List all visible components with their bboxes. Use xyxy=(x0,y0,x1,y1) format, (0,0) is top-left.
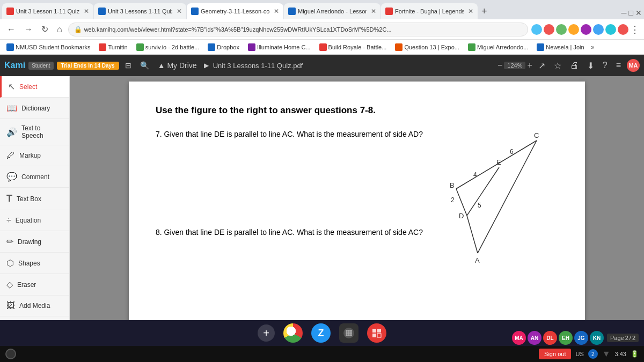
avatar-an[interactable]: AN xyxy=(528,331,541,345)
dropdown-arrow[interactable]: ▼ xyxy=(602,349,611,359)
geometry-svg: C E B D A 6 4 5 2 xyxy=(435,114,553,275)
sidebar-item-textbox[interactable]: T Text Box xyxy=(0,188,69,210)
bookmark-dropbox[interactable]: Dropbox xyxy=(206,42,241,52)
avatar-jg[interactable]: JG xyxy=(574,331,588,345)
lock-icon: 🔒 xyxy=(74,26,82,33)
bookmark-turnitin[interactable]: Turnitin xyxy=(97,42,129,52)
tab-fortnite[interactable]: Fortnite - Bugha | Legends Neve ✕ xyxy=(381,3,478,19)
grid-icon xyxy=(342,327,355,339)
tab-miguel[interactable]: Miguel Arredondo - Lesson 10 F ✕ xyxy=(284,3,380,19)
new-tab-button[interactable]: + xyxy=(478,6,491,17)
bookmark-miguel[interactable]: Miguel Arredondo... xyxy=(466,42,530,52)
kami-drive-button[interactable]: ▲ My Drive xyxy=(155,60,200,71)
bookmark-build[interactable]: Build Royale - Battle... xyxy=(317,42,389,52)
avatar-kn[interactable]: KN xyxy=(590,331,604,345)
extension-icon-8[interactable] xyxy=(618,24,628,35)
extension-icon-1[interactable] xyxy=(531,24,542,35)
kami-menu-button[interactable]: ≡ xyxy=(613,59,624,72)
tab-close-unit3[interactable]: ✕ xyxy=(84,8,89,15)
reload-button[interactable]: ↻ xyxy=(39,22,51,36)
bookmark-label-surviv: surviv.io - 2d battle... xyxy=(145,44,200,50)
bookmark-icon-build xyxy=(319,43,327,51)
kami-layout-toggle[interactable]: ⊟ xyxy=(122,60,134,71)
textbox-icon: T xyxy=(6,193,12,204)
bookmarks-more-button[interactable]: » xyxy=(591,43,595,51)
markup-icon: 🖊 xyxy=(6,151,15,160)
sidebar-item-tts[interactable]: 🔊 Text to Speech xyxy=(0,119,69,145)
sidebar-item-shapes[interactable]: ⬡ Shapes xyxy=(0,253,69,274)
label-4: 4 xyxy=(473,171,477,179)
kami-trial-badge[interactable]: Trial Ends In 14 Days xyxy=(57,62,119,70)
taskbar-app4-icon[interactable] xyxy=(367,323,386,343)
sidebar-item-comment[interactable]: 💬 Comment xyxy=(0,166,69,188)
bookmark-question[interactable]: Question 13 | Expo... xyxy=(393,42,462,52)
bookmark-label-turnitin: Turnitin xyxy=(108,44,127,50)
sidebar-item-dictionary[interactable]: 📖 Dictionary xyxy=(0,98,69,119)
tab-unit3-quiz[interactable]: Unit 3 Lesson 1-11 Quiz ✕ xyxy=(2,3,93,19)
sidebar-item-drawing[interactable]: ✏ Drawing xyxy=(0,231,69,253)
bookmark-surviv[interactable]: surviv.io - 2d battle... xyxy=(134,42,202,52)
home-button[interactable]: ⌂ xyxy=(54,23,65,36)
extension-icon-7[interactable] xyxy=(605,24,616,35)
taskbar-zoom-icon[interactable]: Z xyxy=(311,323,331,343)
close-window-button[interactable]: ✕ xyxy=(635,9,642,17)
avatar-ma[interactable]: MA xyxy=(512,331,526,345)
bookmark-icon-surviv xyxy=(136,43,144,51)
extension-icon-4[interactable] xyxy=(568,24,579,35)
more-options-icon[interactable]: ⋮ xyxy=(630,24,640,35)
zoom-out-button[interactable]: − xyxy=(497,61,502,70)
kami-user-avatar[interactable]: MA xyxy=(627,59,640,72)
bookmark-newsela[interactable]: Newsela | Join xyxy=(535,42,586,52)
us-label: US xyxy=(575,351,583,357)
label-E: E xyxy=(496,158,501,166)
tab-close-quiz-pdf[interactable]: ✕ xyxy=(177,8,182,15)
taskbar-plus-button[interactable]: + xyxy=(258,324,275,342)
extension-icon-5[interactable] xyxy=(581,24,591,35)
geometry-figure: C E B D A 6 4 5 2 xyxy=(435,114,553,277)
sidebar-item-signature[interactable]: ✒ Signature xyxy=(0,316,69,320)
bookmark-label-newsela: Newsela | Join xyxy=(546,44,584,50)
extension-icon-2[interactable] xyxy=(544,24,554,35)
tab-close-geometry[interactable]: ✕ xyxy=(274,8,279,15)
kami-download-button[interactable]: ⬇ xyxy=(584,59,597,72)
kami-star-button[interactable]: ☆ xyxy=(551,59,564,72)
pdf-page: Use the figure to the right to answer qu… xyxy=(129,82,585,320)
taskbar-app3-icon[interactable] xyxy=(339,323,358,343)
breadcrumb-separator: ▶ xyxy=(204,62,209,69)
sign-out-button[interactable]: Sign out xyxy=(539,349,571,359)
extension-icon-6[interactable] xyxy=(593,24,604,35)
system-circle[interactable] xyxy=(5,349,16,359)
sidebar-item-equation[interactable]: ÷ Equation xyxy=(0,210,69,231)
tab-quiz-pdf[interactable]: Unit 3 Lessons 1-11 Quiz.pdf ✕ xyxy=(94,3,186,19)
restore-button[interactable]: □ xyxy=(629,9,633,17)
address-bar[interactable]: 🔒 web.kamihq.com/web/viewer.html?state=%… xyxy=(68,23,528,36)
svg-rect-16 xyxy=(377,329,381,333)
kami-help-button[interactable]: ? xyxy=(600,59,610,72)
kami-search-button[interactable]: 🔍 xyxy=(137,60,152,71)
bookmark-illuminate[interactable]: Illuminate Home C... xyxy=(246,42,313,52)
sidebar-item-markup[interactable]: 🖊 Markup xyxy=(0,145,69,166)
tab-label-geometry: Geometry-3-11-Lesson-cool-doc xyxy=(201,8,269,14)
forward-button[interactable]: → xyxy=(21,23,35,36)
extension-icon-3[interactable] xyxy=(556,24,567,35)
battery-icon: 🔋 xyxy=(631,350,639,358)
drawing-icon: ✏ xyxy=(6,237,13,247)
kami-logo: Kami xyxy=(4,61,25,70)
sidebar-item-select[interactable]: ↖ Select ↖ xyxy=(0,76,69,98)
kami-print-button[interactable]: 🖨 xyxy=(567,59,581,72)
sidebar-item-eraser[interactable]: ◇ Eraser xyxy=(0,274,69,295)
avatar-dl[interactable]: DL xyxy=(543,331,557,345)
pdf-area: Use the figure to the right to answer qu… xyxy=(70,76,644,320)
bookmark-nmusd[interactable]: NMUSD Student Bookmarks xyxy=(4,42,92,52)
taskbar-chrome-icon[interactable] xyxy=(283,323,303,343)
tab-close-fortnite[interactable]: ✕ xyxy=(468,8,473,15)
page-label: Page xyxy=(610,335,624,341)
back-button[interactable]: ← xyxy=(4,23,18,36)
zoom-in-button[interactable]: + xyxy=(527,61,532,70)
tab-geometry[interactable]: Geometry-3-11-Lesson-cool-doc ✕ xyxy=(187,3,283,19)
tab-close-miguel[interactable]: ✕ xyxy=(371,8,376,15)
kami-share-button[interactable]: ↗ xyxy=(536,59,548,72)
avatar-eh[interactable]: EH xyxy=(559,331,573,345)
minimize-button[interactable]: ─ xyxy=(621,9,627,17)
sidebar-item-addmedia[interactable]: 🖼 Add Media xyxy=(0,295,69,316)
